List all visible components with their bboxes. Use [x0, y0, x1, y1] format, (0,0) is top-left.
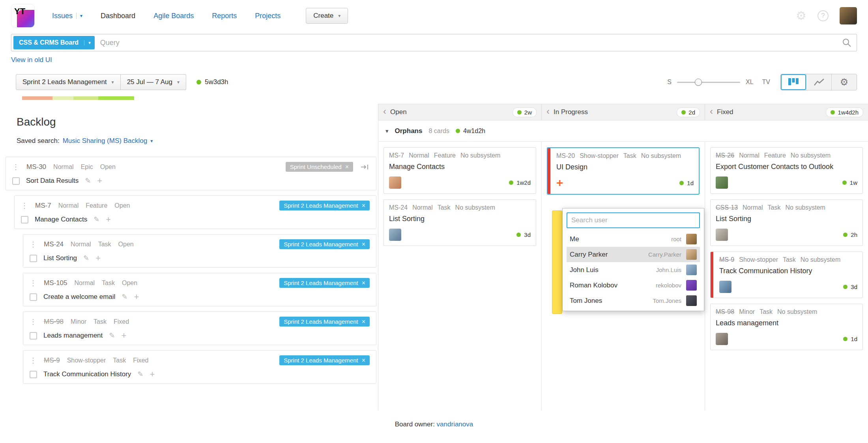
board-selector-button[interactable]: CSS & CRMS Board ▾: [13, 36, 95, 49]
remove-tag-icon[interactable]: ×: [362, 203, 365, 209]
nav-reports[interactable]: Reports: [212, 12, 237, 20]
query-input[interactable]: [95, 39, 842, 47]
add-icon[interactable]: +: [106, 215, 111, 224]
issue-id[interactable]: MS-24: [44, 240, 64, 248]
card-id[interactable]: MS-26: [716, 152, 734, 159]
drag-handle-icon[interactable]: ⋮: [30, 317, 37, 326]
issue-summary[interactable]: Leads management: [43, 332, 103, 340]
board-card-selected[interactable]: MS-20 Show-stopper Task No subsystem UI …: [547, 147, 700, 195]
saved-search-link[interactable]: Music Sharing (MS) Backlog: [63, 137, 147, 145]
sprint-tag[interactable]: Sprint 2 Leads Management ×: [279, 278, 370, 288]
backlog-item[interactable]: ⋮ MS-105 Normal Task Open Sprint 2 Leads…: [23, 273, 376, 306]
add-icon[interactable]: +: [121, 331, 126, 340]
chevron-down-icon[interactable]: ▾: [150, 138, 153, 144]
drag-handle-icon[interactable]: ⋮: [30, 356, 37, 365]
issue-summary[interactable]: Manage Contacts: [35, 216, 87, 223]
remove-tag-icon[interactable]: ×: [362, 357, 365, 364]
edit-icon[interactable]: ✎: [122, 293, 127, 301]
checkbox[interactable]: [30, 293, 37, 301]
board-card[interactable]: MS-26 Normal Feature No subsystem Export…: [710, 147, 863, 194]
remove-tag-icon[interactable]: ×: [345, 164, 349, 170]
board-card[interactable]: MS-98 Minor Task No subsystem Leads mana…: [710, 304, 863, 350]
board-card[interactable]: MS-7 Normal Feature No subsystem Manage …: [383, 147, 536, 194]
sprint-tag[interactable]: Sprint Unscheduled ×: [286, 162, 353, 172]
board-card[interactable]: MS-24 Normal Task No subsystem List Sort…: [383, 199, 536, 246]
card-id[interactable]: CSS-13: [716, 204, 738, 211]
slider-track[interactable]: [677, 82, 740, 83]
drag-handle-icon[interactable]: ⋮: [21, 201, 28, 210]
nav-agile-boards[interactable]: Agile Boards: [153, 12, 194, 20]
issue-id[interactable]: MS-7: [35, 202, 51, 210]
nav-projects[interactable]: Projects: [255, 12, 281, 20]
youtrack-logo[interactable]: YT: [11, 4, 35, 28]
user-option[interactable]: Roman Kolobov rekolobov: [567, 278, 700, 293]
drag-handle-icon[interactable]: ⋮: [12, 163, 19, 171]
sprint-selector[interactable]: Sprint 2 Leads Management ▾: [16, 74, 121, 90]
issue-id[interactable]: MS-30: [26, 163, 46, 171]
user-option[interactable]: John Luis John.Luis: [567, 262, 700, 278]
add-icon[interactable]: +: [97, 176, 102, 185]
board-owner-link[interactable]: vandrianova: [437, 420, 473, 428]
sprint-tag[interactable]: Sprint 2 Leads Management ×: [279, 239, 370, 249]
backlog-item[interactable]: ⋮ MS-24 Normal Task Open Sprint 2 Leads …: [23, 234, 376, 268]
issue-id[interactable]: MS-98: [44, 318, 64, 326]
edit-icon[interactable]: ✎: [137, 370, 143, 379]
checkbox[interactable]: [30, 255, 37, 262]
chart-view-button[interactable]: [806, 74, 831, 90]
assignee-avatar[interactable]: [389, 229, 401, 241]
assignee-avatar[interactable]: [719, 281, 731, 293]
remove-tag-icon[interactable]: ×: [362, 319, 365, 325]
gear-icon[interactable]: ⚙: [796, 10, 806, 22]
collapse-swimlane-icon[interactable]: ▾: [385, 128, 389, 135]
remove-tag-icon[interactable]: ×: [362, 241, 365, 248]
board-settings-button[interactable]: ⚙: [831, 74, 857, 90]
board-view-button[interactable]: [781, 74, 806, 90]
edit-icon[interactable]: ✎: [83, 254, 89, 263]
add-icon[interactable]: +: [150, 370, 155, 379]
user-option[interactable]: Tom Jones Tom.Jones: [567, 293, 700, 308]
backlog-item[interactable]: ⋮ MS-98 Minor Task Fixed Sprint 2 Leads …: [23, 312, 376, 345]
column-header-open[interactable]: ‹ Open 2w: [378, 104, 541, 120]
card-id[interactable]: MS-20: [556, 152, 575, 160]
backlog-item[interactable]: ⋮ MS-30 Normal Epic Open Sprint Unschedu…: [6, 157, 376, 190]
remove-tag-icon[interactable]: ×: [362, 280, 365, 286]
card-size-slider[interactable]: [677, 74, 740, 90]
move-to-sprint-icon[interactable]: [360, 163, 370, 171]
view-old-ui-link[interactable]: View in old UI: [11, 56, 52, 64]
edit-icon[interactable]: ✎: [85, 176, 91, 185]
nav-issues[interactable]: Issues: [52, 12, 73, 20]
date-range-selector[interactable]: 25 Jul — 7 Aug ▾: [121, 74, 186, 90]
board-card[interactable]: MS-9 Show-stopper Task No subsystem Trac…: [710, 252, 863, 298]
user-option-highlighted[interactable]: Carry Parker Carry.Parker: [567, 247, 700, 262]
card-id[interactable]: MS-98: [716, 308, 734, 315]
user-avatar[interactable]: [840, 7, 857, 24]
issue-id[interactable]: MS-105: [44, 279, 67, 287]
issue-summary[interactable]: Track Communication History: [43, 370, 131, 378]
chevron-down-icon[interactable]: ▾: [80, 13, 82, 19]
assignee-avatar[interactable]: [716, 333, 728, 345]
board-card-behind-popup[interactable]: [552, 210, 562, 314]
checkbox[interactable]: [30, 332, 37, 340]
add-icon[interactable]: +: [134, 293, 139, 301]
board-card[interactable]: CSS-13 Normal Task No subsystem List Sor…: [710, 199, 863, 246]
sprint-tag[interactable]: Sprint 2 Leads Management ×: [279, 355, 370, 365]
nav-dashboard[interactable]: Dashboard: [101, 12, 135, 20]
checkbox[interactable]: [12, 177, 20, 185]
column-header-fixed[interactable]: ‹ Fixed 1w4d2h: [705, 104, 868, 120]
user-search-input[interactable]: [567, 212, 700, 228]
add-icon[interactable]: +: [95, 254, 101, 263]
tv-mode-button[interactable]: TV: [762, 79, 770, 86]
collapse-column-icon[interactable]: ‹: [710, 106, 713, 117]
card-id[interactable]: MS-24: [389, 204, 408, 211]
assign-user-button[interactable]: +: [556, 178, 563, 188]
backlog-item[interactable]: ⋮ MS-9 Show-stopper Task Fixed Sprint 2 …: [23, 350, 376, 384]
issue-id[interactable]: MS-9: [44, 357, 60, 364]
sprint-tag[interactable]: Sprint 2 Leads Management ×: [279, 201, 370, 210]
assignee-avatar[interactable]: [716, 229, 728, 241]
edit-icon[interactable]: ✎: [109, 331, 115, 340]
edit-icon[interactable]: ✎: [94, 215, 99, 224]
column-header-in-progress[interactable]: ‹ In Progress 2d: [541, 104, 705, 120]
collapse-column-icon[interactable]: ‹: [383, 106, 386, 117]
backlog-item[interactable]: ⋮ MS-7 Normal Feature Open Sprint 2 Lead…: [14, 195, 376, 229]
help-icon[interactable]: ?: [817, 10, 829, 21]
